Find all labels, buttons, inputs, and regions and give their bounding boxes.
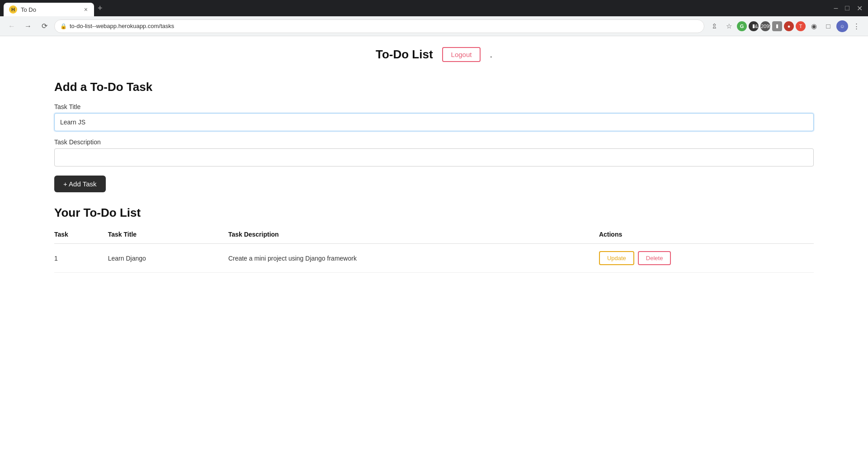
browser-tab[interactable]: H To Do × <box>4 3 94 16</box>
add-task-button[interactable]: + Add Task <box>54 176 106 192</box>
ext-icon-1[interactable]: G <box>737 21 747 31</box>
todo-list-title: Your To-Do List <box>54 206 814 220</box>
header-dot: . <box>490 49 492 60</box>
tab-favicon: H <box>9 5 17 14</box>
tab-title: To Do <box>21 6 80 13</box>
lock-icon: 🔒 <box>60 23 67 29</box>
col-task-title: Task Title <box>108 227 228 244</box>
update-button[interactable]: Update <box>599 251 634 265</box>
address-bar[interactable]: 🔒 to-do-list--webapp.herokuapp.com/tasks <box>54 19 704 33</box>
task-description-label: Task Description <box>54 138 814 146</box>
back-button[interactable]: ← <box>5 20 18 33</box>
extensions-button[interactable]: ◉ <box>807 20 820 33</box>
task-description-input[interactable] <box>54 148 814 166</box>
page-title: To-Do List <box>376 48 433 62</box>
action-buttons: Update Delete <box>599 251 808 265</box>
maximize-button[interactable]: □ <box>843 2 851 14</box>
task-description-cell: Create a mini project using Django frame… <box>228 244 599 273</box>
task-id-cell: 1 <box>54 244 108 273</box>
close-window-button[interactable]: ✕ <box>855 2 864 14</box>
minimize-button[interactable]: – <box>832 2 840 14</box>
main-container: Add a To-Do Task Task Title Task Descrip… <box>0 71 868 282</box>
col-task: Task <box>54 227 108 244</box>
profile-avatar[interactable]: ☺ <box>836 20 848 32</box>
task-description-group: Task Description <box>54 138 814 166</box>
page-content: To-Do List Logout . Add a To-Do Task Tas… <box>0 36 868 466</box>
tab-close-button[interactable]: × <box>83 5 89 14</box>
ext-icon-3[interactable]: &#20999; <box>760 21 770 31</box>
window-controls: – □ ✕ <box>832 2 864 14</box>
logout-button[interactable]: Logout <box>442 47 481 62</box>
add-task-title: Add a To-Do Task <box>54 80 814 94</box>
table-header-row: Task Task Title Task Description Actions <box>54 227 814 244</box>
task-title-label: Task Title <box>54 103 814 110</box>
col-task-description: Task Description <box>228 227 599 244</box>
task-title-cell: Learn Django <box>108 244 228 273</box>
page-header: To-Do List Logout . <box>0 36 868 71</box>
task-actions-cell: Update Delete <box>599 244 814 273</box>
sidebar-button[interactable]: □ <box>822 20 835 33</box>
ext-icon-6[interactable]: T <box>796 21 806 31</box>
ext-icon-5[interactable]: ● <box>784 21 794 31</box>
delete-button[interactable]: Delete <box>638 251 671 265</box>
share-button[interactable]: ⇫ <box>708 20 721 33</box>
table-row: 1 Learn Django Create a mini project usi… <box>54 244 814 273</box>
col-actions: Actions <box>599 227 814 244</box>
ext-icon-4[interactable]: ▮ <box>772 21 782 31</box>
task-title-group: Task Title <box>54 103 814 131</box>
browser-titlebar: H To Do × + – □ ✕ <box>0 0 868 16</box>
url-display: to-do-list--webapp.herokuapp.com/tasks <box>70 23 174 29</box>
forward-button[interactable]: → <box>22 20 34 33</box>
task-title-input[interactable] <box>54 113 814 131</box>
new-tab-button[interactable]: + <box>98 4 103 13</box>
menu-button[interactable]: ⋮ <box>850 20 863 33</box>
browser-window: H To Do × + – □ ✕ ← → ⟳ 🔒 to-do-list--we… <box>0 0 868 466</box>
task-table: Task Task Title Task Description Actions… <box>54 227 814 273</box>
browser-toolbar: ← → ⟳ 🔒 to-do-list--webapp.herokuapp.com… <box>0 16 868 36</box>
browser-action-buttons: ⇫ ☆ G ▮ &#20999; ▮ ● T ◉ □ ☺ ⋮ <box>708 20 863 33</box>
bookmark-button[interactable]: ☆ <box>722 20 735 33</box>
reload-button[interactable]: ⟳ <box>38 20 51 33</box>
